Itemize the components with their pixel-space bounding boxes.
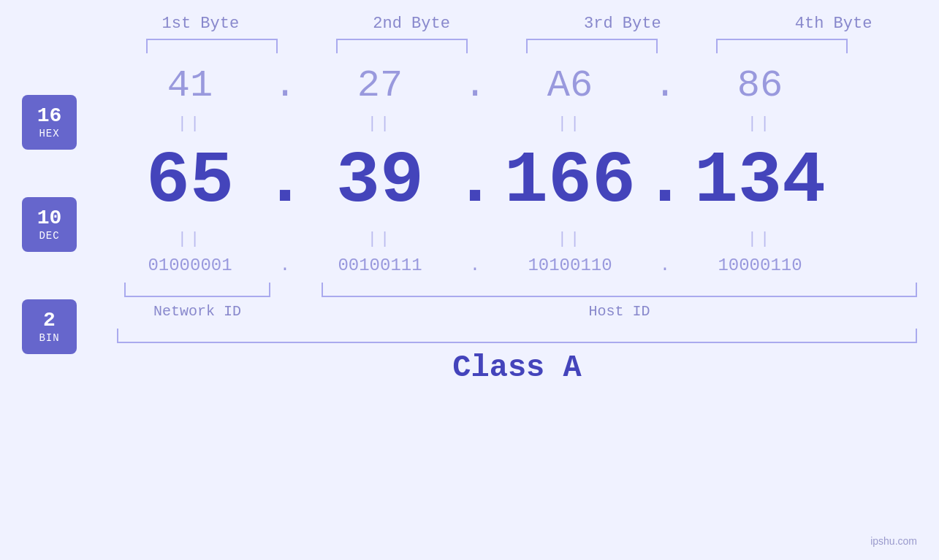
bin-label: BIN (39, 332, 59, 344)
host-id-section: Host ID (322, 283, 917, 320)
byte4-header: 4th Byte (761, 15, 907, 33)
bin-b3: 10100110 (497, 256, 643, 275)
dec-number: 10 (37, 207, 62, 230)
byte2-header: 2nd Byte (338, 15, 484, 33)
byte3-header: 3rd Byte (550, 15, 696, 33)
hex-dot3: . (643, 64, 687, 107)
top-bracket-2 (336, 39, 468, 53)
hex-b2: 27 (307, 64, 453, 107)
sep5: || (117, 230, 263, 248)
sep1: || (117, 115, 263, 133)
hex-b3: A6 (497, 64, 643, 107)
sep-row-2: || || || || (117, 230, 917, 248)
dec-dot3: . (643, 140, 687, 223)
hex-row: 41 . 27 . A6 . 86 (117, 64, 917, 107)
host-bracket (322, 283, 917, 297)
hex-number: 16 (37, 105, 62, 128)
rows-area: 41 . 27 . A6 . 86 || || || || 65 . 39 . … (117, 64, 917, 386)
hex-b4: 86 (687, 64, 833, 107)
bin-b2: 00100111 (307, 256, 453, 275)
bin-dot3: . (643, 256, 687, 275)
dec-label: DEC (39, 230, 59, 242)
sep3: || (497, 115, 643, 133)
byte1-header: 1st Byte (127, 15, 273, 33)
sep7: || (497, 230, 643, 248)
badges-wrapper: 16 HEX 10 DEC 2 BIN (22, 95, 77, 398)
hex-dot2: . (453, 64, 497, 107)
sep4: || (687, 115, 833, 133)
dec-b1: 65 (117, 140, 263, 223)
network-id-label: Network ID (117, 303, 278, 320)
top-brackets (139, 39, 917, 53)
bin-row: 01000001 . 00100111 . 10100110 . 1000011… (117, 256, 917, 275)
bin-b4: 10000110 (687, 256, 833, 275)
bottom-section: Network ID Host ID (117, 283, 917, 320)
watermark: ipshu.com (870, 535, 917, 547)
dec-badge: 10 DEC (22, 197, 77, 252)
sep6: || (307, 230, 453, 248)
main-container: 1st Byte 2nd Byte 3rd Byte 4th Byte 16 H… (0, 0, 939, 560)
dec-b3: 166 (497, 140, 643, 223)
dec-b4: 134 (687, 140, 833, 223)
bin-dot1: . (263, 256, 307, 275)
class-label: Class A (117, 350, 917, 386)
network-bracket (124, 283, 270, 297)
dec-dot1: . (263, 140, 307, 223)
top-bracket-3 (526, 39, 658, 53)
top-bracket-4 (716, 39, 848, 53)
class-section: Class A (117, 329, 917, 386)
sep2: || (307, 115, 453, 133)
host-id-label: Host ID (322, 303, 917, 320)
bin-b1: 01000001 (117, 256, 263, 275)
bin-badge: 2 BIN (22, 299, 77, 354)
bin-dot2: . (453, 256, 497, 275)
hex-b1: 41 (117, 64, 263, 107)
dec-dot2: . (453, 140, 497, 223)
class-bracket (117, 329, 917, 343)
sep8: || (687, 230, 833, 248)
byte-headers: 1st Byte 2nd Byte 3rd Byte 4th Byte (117, 15, 917, 33)
hex-dot1: . (263, 64, 307, 107)
hex-badge: 16 HEX (22, 95, 77, 150)
top-bracket-1 (146, 39, 278, 53)
bin-number: 2 (43, 310, 56, 332)
network-id-section: Network ID (117, 283, 278, 320)
dec-row: 65 . 39 . 166 . 134 (117, 140, 917, 223)
dec-b2: 39 (307, 140, 453, 223)
hex-label: HEX (39, 128, 59, 139)
sep-row-1: || || || || (117, 115, 917, 133)
